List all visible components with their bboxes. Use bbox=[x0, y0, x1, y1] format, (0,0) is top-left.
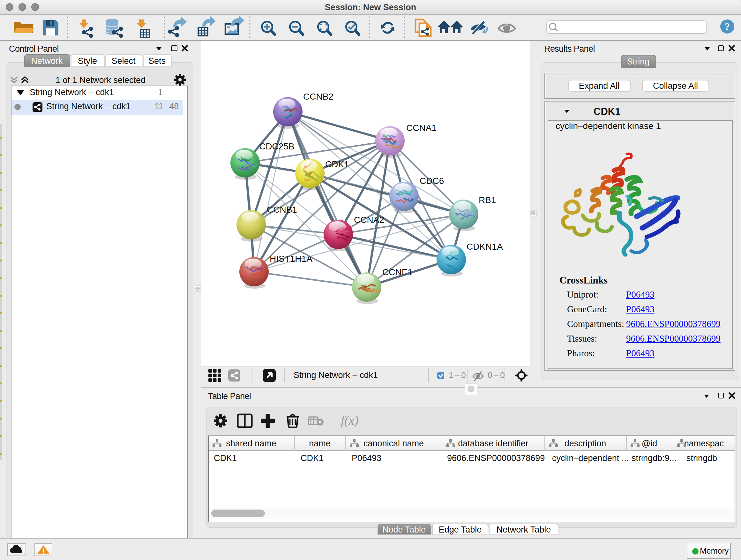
svg-text:?: ? bbox=[725, 21, 730, 32]
svg-text:f(x): f(x) bbox=[340, 413, 358, 427]
